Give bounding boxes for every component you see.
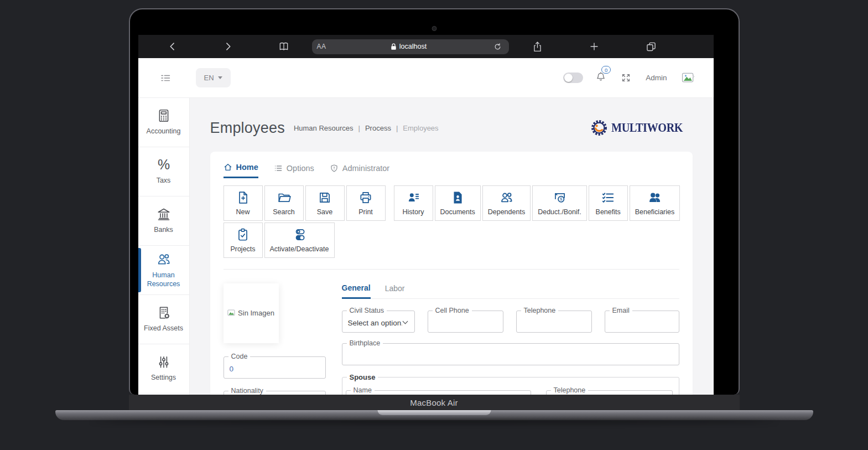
safari-nav-group bbox=[165, 39, 292, 54]
breadcrumb-separator: | bbox=[396, 124, 398, 132]
beneficiaries-button[interactable]: Beneficiaries bbox=[630, 185, 680, 221]
back-button[interactable] bbox=[165, 39, 180, 54]
new-tab-button[interactable] bbox=[587, 39, 601, 54]
building-gear-icon bbox=[157, 306, 171, 320]
page-header: Employees Human Resources | Process | Em… bbox=[210, 118, 693, 138]
module-tabs: Home Options bbox=[224, 163, 679, 178]
birthplace-input[interactable] bbox=[347, 349, 674, 363]
file-plus-icon bbox=[236, 190, 250, 205]
tab-home[interactable]: Home bbox=[224, 163, 258, 178]
sidebar-item-banks[interactable]: Banks bbox=[138, 196, 189, 246]
clipboard-check-icon bbox=[236, 227, 250, 242]
laptop-base bbox=[55, 410, 813, 420]
breadcrumb-link-process[interactable]: Process bbox=[365, 124, 391, 132]
sidebar-item-accounting[interactable]: Accounting bbox=[138, 98, 189, 147]
spouse-name-field: Name bbox=[346, 390, 531, 395]
people-filled-icon bbox=[647, 190, 662, 205]
bank-icon bbox=[157, 207, 171, 221]
birthplace-field: Birthplace bbox=[342, 343, 679, 365]
email-label: Email bbox=[610, 307, 632, 314]
tabs-overview-button[interactable] bbox=[643, 39, 659, 54]
app-body: Accounting % Taxs Banks bbox=[138, 98, 714, 395]
activate-deactivate-button[interactable]: Activate/Deactivate bbox=[264, 223, 335, 258]
sidebar-item-human-resources[interactable]: Human Resources bbox=[138, 246, 189, 295]
chevron-down-icon bbox=[218, 76, 222, 79]
photo-upload-placeholder[interactable]: Sin Imagen bbox=[224, 283, 279, 343]
app-header: EN 0 bbox=[138, 58, 714, 98]
spouse-telephone-label: Telephone bbox=[551, 386, 589, 394]
save-button[interactable]: Save bbox=[305, 185, 345, 221]
form-right-column: General Labor Civil Status Select an opt… bbox=[342, 283, 679, 395]
telephone-label: Telephone bbox=[521, 307, 559, 314]
print-button[interactable]: Print bbox=[346, 185, 386, 221]
email-input[interactable] bbox=[610, 317, 674, 330]
forward-chevron-icon bbox=[222, 41, 233, 52]
tab-administrator[interactable]: Administrator bbox=[330, 163, 389, 178]
fullscreen-button[interactable] bbox=[618, 70, 633, 85]
back-chevron-icon bbox=[167, 41, 178, 52]
form-tabs: General Labor bbox=[342, 283, 679, 299]
forward-button[interactable] bbox=[220, 39, 236, 54]
tab-options[interactable]: Options bbox=[274, 163, 314, 178]
sidebar-toggle-button[interactable] bbox=[157, 70, 174, 86]
toolbar-button-label: Dependents bbox=[488, 208, 525, 216]
benefits-button[interactable]: Benefits bbox=[589, 185, 628, 221]
user-avatar[interactable] bbox=[679, 70, 697, 86]
photo-placeholder-content: Sin Imagen bbox=[227, 308, 274, 318]
toolbar-row-1: New Search bbox=[224, 185, 679, 221]
projects-button[interactable]: Projects bbox=[224, 223, 263, 258]
documents-button[interactable]: Documents bbox=[435, 185, 481, 221]
sidebar-item-label: Human Resources bbox=[140, 271, 188, 288]
tab-label: Administrator bbox=[342, 164, 389, 173]
toolbar-row-2: Projects Activate/Deactivate bbox=[224, 223, 679, 258]
lock-icon bbox=[391, 43, 397, 50]
new-button[interactable]: New bbox=[224, 185, 263, 221]
language-selector[interactable]: EN bbox=[196, 68, 231, 87]
telephone-input[interactable] bbox=[521, 317, 587, 330]
address-bar[interactable]: AA localhost bbox=[312, 39, 509, 54]
new-tab-plus-icon bbox=[589, 42, 599, 51]
tab-general[interactable]: General bbox=[342, 283, 371, 299]
sidebar-item-taxs[interactable]: % Taxs bbox=[138, 147, 189, 196]
nationality-select[interactable]: Nationality Select an option... bbox=[224, 391, 326, 395]
spouse-legend: Spouse bbox=[347, 373, 378, 381]
list-icon bbox=[274, 164, 283, 173]
dependents-button[interactable]: Dependents bbox=[482, 185, 531, 221]
reader-text-size-button[interactable]: AA bbox=[317, 43, 326, 50]
dark-mode-toggle[interactable] bbox=[563, 73, 583, 83]
employee-form: Sin Imagen Code 0 Nationality Select an bbox=[224, 283, 679, 395]
cell-phone-label: Cell Phone bbox=[433, 307, 472, 314]
breadcrumb: Human Resources | Process | Employees bbox=[294, 124, 439, 132]
civil-status-value: Select an option... bbox=[348, 319, 402, 327]
macbook-mockup: AA localhost bbox=[0, 0, 868, 423]
breadcrumb-link-human-resources[interactable]: Human Resources bbox=[294, 124, 354, 132]
broken-image-icon bbox=[682, 73, 695, 84]
sidebar-item-fixed-assets[interactable]: Fixed Assets bbox=[138, 295, 189, 344]
tabs-overview-icon bbox=[646, 41, 657, 52]
folder-icon bbox=[277, 190, 292, 205]
civil-status-select[interactable]: Civil Status Select an option... bbox=[342, 311, 415, 333]
deduct-bonif-button[interactable]: $ Deduct./Bonif. bbox=[532, 185, 587, 221]
brand-logo: Multiwork bbox=[589, 118, 693, 138]
search-button[interactable]: Search bbox=[264, 185, 304, 221]
notifications-button[interactable]: 0 bbox=[595, 71, 606, 85]
brand-name: Multiwork bbox=[611, 121, 683, 135]
share-button[interactable] bbox=[530, 39, 545, 55]
tab-label: Home bbox=[236, 163, 258, 172]
history-button[interactable]: History bbox=[394, 185, 433, 221]
bookmarks-button[interactable] bbox=[276, 39, 292, 54]
sidebar-item-settings[interactable]: Settings bbox=[138, 344, 189, 394]
spouse-telephone-field: Telephone bbox=[546, 390, 673, 395]
reload-button[interactable] bbox=[491, 40, 504, 53]
gear-logo-icon bbox=[589, 118, 609, 138]
nationality-label: Nationality bbox=[228, 387, 266, 395]
webcam-dot bbox=[432, 26, 436, 31]
safari-action-group bbox=[530, 39, 659, 55]
tab-labor[interactable]: Labor bbox=[385, 283, 405, 298]
toolbar-button-label: Benefits bbox=[596, 208, 621, 216]
sidebar-item-label: Settings bbox=[151, 374, 176, 382]
code-value[interactable]: 0 bbox=[230, 365, 311, 373]
civil-status-label: Civil Status bbox=[347, 307, 387, 314]
toolbar-button-label: Search bbox=[273, 208, 295, 216]
cell-phone-input[interactable] bbox=[433, 317, 498, 330]
